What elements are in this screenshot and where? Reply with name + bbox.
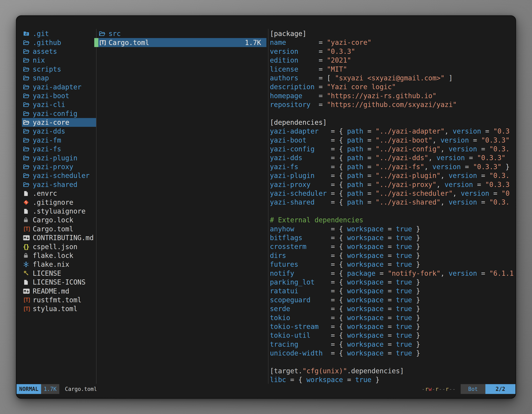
file-row--gitignore[interactable]: .gitignore	[22, 198, 96, 207]
file-row-flake-nix[interactable]: flake.nix	[22, 260, 96, 269]
file-row-cargo-toml[interactable]: [T]Cargo.toml1.7K	[94, 38, 266, 47]
file-label: .gitignore	[33, 198, 73, 206]
preview-line: crossterm = { workspace = true }	[270, 242, 515, 251]
toml-icon: [T]	[99, 39, 106, 46]
file-label: flake.nix	[33, 260, 69, 268]
file-row-yazi-config[interactable]: yazi-config	[22, 109, 96, 118]
toml-icon: [T]	[23, 226, 31, 232]
preview-line: license = "MIT"	[270, 65, 515, 74]
file-row-cargo-lock[interactable]: Cargo.lock	[22, 216, 96, 224]
desktop-background: { "colors": { "accent_blue": "#59a2da", …	[0, 0, 532, 414]
file-row-yazi-proxy[interactable]: yazi-proxy	[22, 163, 96, 171]
file-label: nix	[33, 56, 45, 64]
file-row-license-icons[interactable]: LICENSE-ICONS	[22, 278, 96, 287]
file-row-license[interactable]: LICENSE	[22, 269, 96, 278]
file-row--git[interactable]: .git	[22, 29, 96, 38]
file-label: rustfmt.toml	[33, 296, 81, 304]
preview-line: yazi-boot = { path = "../yazi-boot", ver…	[270, 136, 515, 144]
file-row--envrc[interactable]: .envrc	[22, 189, 96, 198]
file-label: yazi-fm	[33, 136, 61, 144]
file-label: yazi-boot	[33, 92, 69, 100]
file-row-yazi-adapter[interactable]: yazi-adapter	[22, 82, 96, 91]
folder-open-icon	[23, 164, 31, 170]
file-row-yazi-fs[interactable]: yazi-fs	[22, 144, 96, 154]
lock-icon	[23, 217, 31, 223]
file-label: yazi-proxy	[33, 163, 73, 171]
file-row-nix[interactable]: nix	[22, 56, 96, 65]
folder-open-icon	[23, 48, 31, 55]
permission-segment: r	[435, 386, 439, 392]
file-label: yazi-cli	[33, 101, 65, 109]
file-row-yazi-shared[interactable]: yazi-shared	[22, 180, 96, 189]
folder-open-icon	[23, 57, 31, 64]
file-row--github[interactable]: .github	[22, 38, 96, 47]
preview-line: name = "yazi-core"	[270, 38, 515, 47]
preview-pane: [package]name = "yazi-core"version = "0.…	[270, 29, 515, 384]
file-label: yazi-scheduler	[33, 172, 90, 180]
file-row-src[interactable]: src	[94, 29, 266, 38]
file-row-readme-md[interactable]: README.md	[22, 287, 96, 295]
preview-line: yazi-adapter = { path = "../yazi-adapter…	[270, 127, 515, 136]
file-row-yazi-fm[interactable]: yazi-fm	[22, 136, 96, 144]
file-label: yazi-config	[33, 110, 77, 118]
parent-pane: .git.githubassetsnixscriptssnapyazi-adap…	[22, 29, 96, 313]
folder-open-icon	[23, 155, 31, 161]
preview-line: [target."cfg(unix)".dependencies]	[270, 366, 515, 375]
preview-line	[270, 357, 515, 366]
preview-line: yazi-dds = { path = "../yazi-dds", versi…	[270, 154, 515, 162]
cursor-position-badge: 2/2	[485, 384, 515, 394]
file-row-yazi-plugin[interactable]: yazi-plugin	[22, 154, 96, 162]
folder-open-icon	[23, 84, 31, 90]
file-row-contributing-md[interactable]: CONTRIBUTING.md	[22, 233, 96, 242]
file-row-yazi-cli[interactable]: yazi-cli	[22, 100, 96, 109]
preview-line: futures = { workspace = true }	[270, 260, 515, 269]
preview-line: [package]	[270, 29, 515, 38]
preview-line: yazi-shared = { path = "../yazi-shared",…	[270, 198, 515, 207]
file-row-cargo-toml[interactable]: [T]Cargo.toml	[22, 225, 96, 233]
file-row-cspell-json[interactable]: {}cspell.json	[22, 242, 96, 251]
folder-open-icon	[23, 181, 31, 188]
markdown-icon	[23, 289, 31, 294]
status-bar: NORMAL 1.7K Cargo.toml -rw-r--r-- Bot 2/…	[17, 384, 515, 394]
pane-separator	[96, 29, 96, 384]
file-row-flake-lock[interactable]: flake.lock	[22, 251, 96, 260]
permission-segment: --	[439, 386, 446, 392]
status-filename: Cargo.toml	[65, 386, 97, 392]
preview-line	[270, 207, 515, 216]
file-label: .git	[33, 30, 49, 38]
file-icon	[23, 208, 31, 214]
folder-open-icon	[23, 75, 31, 81]
folder-open-icon	[23, 110, 31, 117]
permission-segment: r	[425, 386, 428, 392]
file-row-yazi-dds[interactable]: yazi-dds	[22, 127, 96, 136]
file-label: yazi-fs	[33, 145, 61, 153]
file-label: stylua.toml	[33, 305, 77, 313]
file-label: yazi-plugin	[33, 154, 77, 162]
file-row-snap[interactable]: snap	[22, 74, 96, 82]
folder-open-icon	[23, 119, 31, 126]
file-label: Cargo.toml	[109, 39, 149, 47]
file-row-yazi-core[interactable]: yazi-core	[22, 118, 96, 127]
file-row--styluaignore[interactable]: .styluaignore	[22, 207, 96, 216]
folder-open-icon	[23, 137, 31, 144]
file-row-assets[interactable]: assets	[22, 47, 96, 56]
preview-line: serde = { workspace = true }	[270, 304, 515, 313]
file-label: Cargo.lock	[33, 216, 73, 224]
preview-line: yazi-config = { path = "../yazi-config",…	[270, 144, 515, 154]
file-row-scripts[interactable]: scripts	[22, 65, 96, 74]
file-label: yazi-core	[33, 118, 69, 126]
preview-line: yazi-plugin = { path = "../yazi-plugin",…	[270, 171, 515, 180]
preview-line: # External dependencies	[270, 216, 515, 224]
pane-separator	[268, 29, 268, 384]
file-row-yazi-boot[interactable]: yazi-boot	[22, 91, 96, 100]
file-label: cspell.json	[33, 243, 77, 251]
file-label: yazi-shared	[33, 181, 77, 189]
file-size: 1.7K	[245, 39, 266, 47]
file-row-stylua-toml[interactable]: [T]stylua.toml	[22, 304, 96, 313]
file-row-rustfmt-toml[interactable]: [T]rustfmt.toml	[22, 296, 96, 304]
file-row-yazi-scheduler[interactable]: yazi-scheduler	[22, 171, 96, 180]
file-label: assets	[33, 48, 57, 55]
file-label: snap	[33, 74, 49, 82]
preview-line: anyhow = { workspace = true }	[270, 225, 515, 233]
preview-line: libc = { workspace = true }	[270, 375, 515, 384]
